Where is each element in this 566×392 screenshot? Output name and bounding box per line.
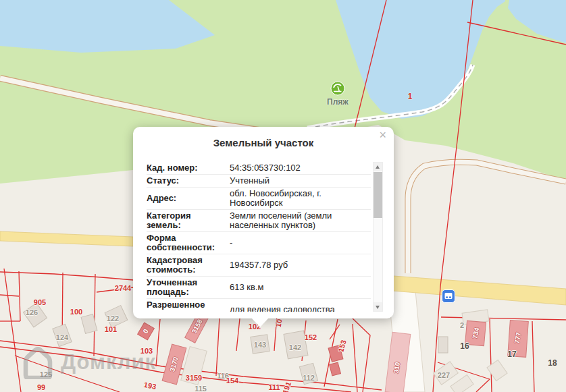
popup-title: Земельный участок [133, 137, 394, 148]
row-value: 54:35:053730:102 [222, 163, 371, 173]
row-value: - [222, 238, 371, 248]
cadastral-map-app: 9051261001221011242744103125991933159315… [0, 0, 566, 392]
row-value: 613 кв.м [222, 283, 371, 292]
row-label: Адрес: [147, 194, 222, 203]
beach-umbrella-icon [330, 81, 345, 99]
row-label: Статус: [147, 176, 222, 186]
row-label: Категория земель: [147, 211, 222, 230]
row-value: обл. Новосибирская, г. Новосибирск [222, 189, 371, 208]
row-value: для ведения садоводства [222, 305, 371, 312]
table-row: Форма собственности: - [147, 232, 371, 254]
bus-stop-sign-icon [442, 289, 455, 306]
row-value: 194357.78 руб [222, 260, 371, 270]
scrollbar[interactable] [373, 162, 383, 312]
row-value: Земли поселений (земли населенных пункто… [222, 211, 371, 230]
scroll-down-button[interactable] [374, 302, 382, 311]
parcel-attributes-table: Кад. номер: 54:35:053730:102 Статус: Учт… [147, 162, 371, 312]
row-label: Форма собственности: [147, 233, 222, 252]
row-label: Кад. номер: [147, 163, 222, 173]
table-row: Разрешенное использование: для ведения с… [147, 299, 371, 312]
popup-tail [251, 318, 269, 327]
row-value: Учтенный [222, 176, 371, 186]
scrollbar-thumb[interactable] [374, 172, 382, 218]
table-row: Уточненная площадь: 613 кв.м [147, 277, 371, 299]
table-row: Категория земель: Земли поселений (земли… [147, 210, 371, 232]
table-row: Кадастровая стоимость: 194357.78 руб [147, 254, 371, 277]
parcel-info-popup: × Земельный участок Кад. номер: 54:35:05… [133, 127, 394, 318]
table-row: Кад. номер: 54:35:053730:102 [147, 162, 371, 175]
row-label: Уточненная площадь: [147, 278, 222, 297]
table-row: Адрес: обл. Новосибирская, г. Новосибирс… [147, 188, 371, 210]
row-label: Разрешенное использование: [147, 300, 222, 312]
table-row: Статус: Учтенный [147, 175, 371, 188]
scroll-up-button[interactable] [374, 163, 382, 171]
beach-label: Пляж [327, 98, 349, 106]
close-icon[interactable]: × [379, 129, 386, 141]
row-label: Кадастровая стоимость: [147, 256, 222, 275]
